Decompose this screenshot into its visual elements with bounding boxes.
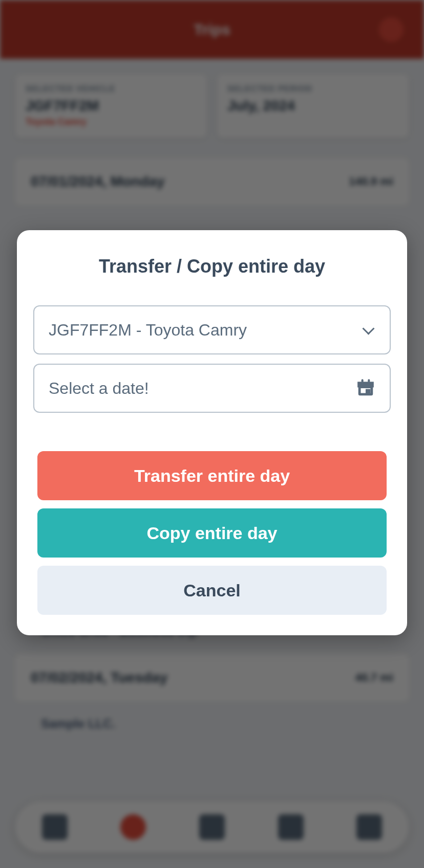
- svg-rect-6: [367, 390, 370, 393]
- transfer-copy-modal: Transfer / Copy entire day JGF7FF2M - To…: [17, 230, 407, 635]
- modal-overlay[interactable]: Transfer / Copy entire day JGF7FF2M - To…: [0, 0, 424, 868]
- calendar-icon: [356, 379, 375, 398]
- date-picker[interactable]: Select a date!: [33, 364, 391, 413]
- chevron-down-icon: [362, 323, 375, 337]
- cancel-button[interactable]: Cancel: [37, 566, 387, 615]
- svg-rect-1: [358, 383, 373, 387]
- vehicle-dropdown-value: JGF7FF2M - Toyota Camry: [49, 321, 247, 340]
- date-picker-placeholder: Select a date!: [49, 379, 149, 398]
- transfer-button[interactable]: Transfer entire day: [37, 451, 387, 500]
- vehicle-dropdown[interactable]: JGF7FF2M - Toyota Camry: [33, 305, 391, 354]
- copy-button[interactable]: Copy entire day: [37, 508, 387, 558]
- modal-title: Transfer / Copy entire day: [33, 256, 391, 277]
